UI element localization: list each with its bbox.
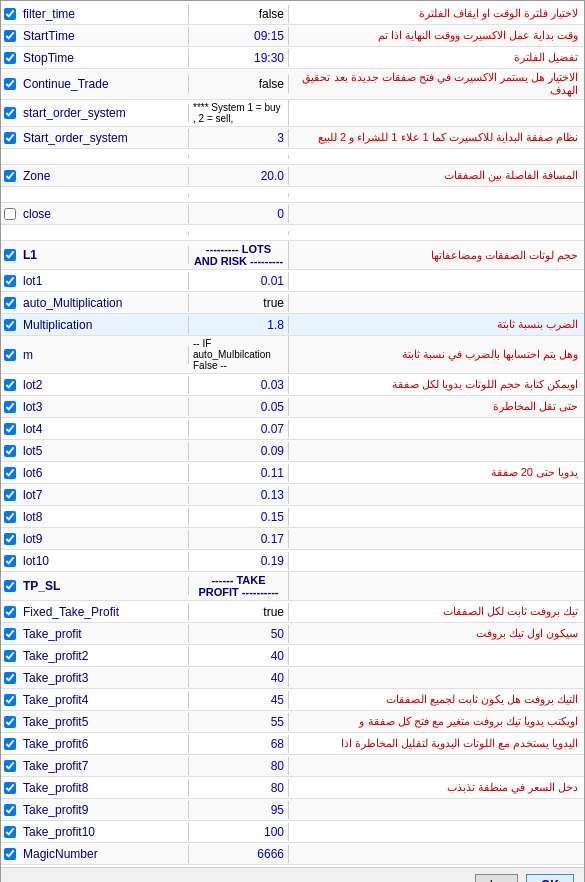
value-l1: --------- LOTS AND RISK ---------: [189, 241, 289, 269]
check-lot9[interactable]: [1, 533, 19, 545]
check-tp5[interactable]: [1, 716, 19, 728]
check-lot2[interactable]: [1, 379, 19, 391]
value-tp2[interactable]: 40: [189, 647, 289, 665]
check-lot3[interactable]: [1, 401, 19, 413]
value-lot9[interactable]: 0.17: [189, 530, 289, 548]
row-tp4: Take_profit4 45 التيك بروفت هل يكون ثابت…: [1, 689, 584, 711]
check-stoptime[interactable]: [1, 52, 19, 64]
row-tp5: Take_profit5 55 اويكتب يدويا تيك بروفت م…: [1, 711, 584, 733]
value-tp6[interactable]: 68: [189, 735, 289, 753]
check-tp1[interactable]: [1, 628, 19, 640]
value-continue-trade[interactable]: false: [189, 75, 289, 93]
check-tp-sl[interactable]: [1, 580, 19, 592]
row-lot2: lot2 0.03 اويمكن كتابة حجم اللوتات يدويا…: [1, 374, 584, 396]
ok-button[interactable]: OK: [526, 874, 574, 882]
check-lot5[interactable]: [1, 445, 19, 457]
value-filter-time[interactable]: false: [189, 5, 289, 23]
lo-button[interactable]: Lo: [475, 874, 518, 882]
value-lot2[interactable]: 0.03: [189, 376, 289, 394]
check-close[interactable]: [1, 208, 19, 220]
value-lot8[interactable]: 0.15: [189, 508, 289, 526]
check-auto-mult[interactable]: [1, 297, 19, 309]
check-zone[interactable]: [1, 170, 19, 182]
value-tp1[interactable]: 50: [189, 625, 289, 643]
check-tp10[interactable]: [1, 826, 19, 838]
value-lot10[interactable]: 0.19: [189, 552, 289, 570]
check-starttime[interactable]: [1, 30, 19, 42]
comment-tp8: دخل السعر في منطقة تذبذب: [289, 779, 584, 796]
check-start-order-system[interactable]: [1, 132, 19, 144]
value-lot6[interactable]: 0.11: [189, 464, 289, 482]
row-filter-time: filter_time false لاختيار فلترة الوقت او…: [1, 3, 584, 25]
check-tp4[interactable]: [1, 694, 19, 706]
value-lot3[interactable]: 0.05: [189, 398, 289, 416]
comment-lot3: حتى تقل المخاطرة: [289, 398, 584, 415]
comment-lot2: اويمكن كتابة حجم اللوتات يدويا لكل صفقة: [289, 376, 584, 393]
value-tp9[interactable]: 95: [189, 801, 289, 819]
comment-tp3: [289, 676, 584, 680]
check-tp2[interactable]: [1, 650, 19, 662]
check-tp9[interactable]: [1, 804, 19, 816]
check-lot8[interactable]: [1, 511, 19, 523]
row-tp10: Take_profit10 100: [1, 821, 584, 843]
comment-lot10: [289, 559, 584, 563]
value-lot4[interactable]: 0.07: [189, 420, 289, 438]
check-start-order-label[interactable]: [1, 107, 19, 119]
comment-multiplication: الضرب بنسبة ثابتة: [289, 316, 584, 333]
comment-lot1: [289, 279, 584, 283]
check-magic[interactable]: [1, 848, 19, 860]
value-tp10[interactable]: 100: [189, 823, 289, 841]
comment-tp5: اويكتب يدويا تيك بروفت متغير مع فتح كل ص…: [289, 713, 584, 730]
name-lot1: lot1: [19, 272, 189, 290]
check-continue-trade[interactable]: [1, 78, 19, 90]
row-blank3: [1, 225, 584, 241]
name-tp4: Take_profit4: [19, 691, 189, 709]
check-tp6[interactable]: [1, 738, 19, 750]
check-m[interactable]: [1, 349, 19, 361]
check-fixed-tp[interactable]: [1, 606, 19, 618]
value-start-order-system[interactable]: 3: [189, 129, 289, 147]
value-tp7[interactable]: 80: [189, 757, 289, 775]
row-lot6: lot6 0.11 يدويا حتى 20 صفقة: [1, 462, 584, 484]
row-tp-sl-header: TP_SL ------ TAKE PROFIT ----------: [1, 572, 584, 601]
check-lot1[interactable]: [1, 275, 19, 287]
check-tp3[interactable]: [1, 672, 19, 684]
name-l1: L1: [19, 246, 189, 264]
value-fixed-tp[interactable]: true: [189, 603, 289, 621]
check-tp8[interactable]: [1, 782, 19, 794]
check-filter-time[interactable]: [1, 8, 19, 20]
value-tp4[interactable]: 45: [189, 691, 289, 709]
check-lot7[interactable]: [1, 489, 19, 501]
value-m: -- IF auto_Mulbilcation False --: [189, 336, 289, 373]
row-zone: Zone 20.0 المسافة الفاصلة بين الصفقات: [1, 165, 584, 187]
value-zone[interactable]: 20.0: [189, 167, 289, 185]
value-lot5[interactable]: 0.09: [189, 442, 289, 460]
name-fixed-tp: Fixed_Take_Profit: [19, 603, 189, 621]
check-multiplication[interactable]: [1, 319, 19, 331]
value-starttime[interactable]: 09:15: [189, 27, 289, 45]
value-auto-mult[interactable]: true: [189, 294, 289, 312]
value-lot7[interactable]: 0.13: [189, 486, 289, 504]
check-lot4[interactable]: [1, 423, 19, 435]
value-stoptime[interactable]: 19:30: [189, 49, 289, 67]
value-tp-sl: ------ TAKE PROFIT ----------: [189, 572, 289, 600]
name-tp9: Take_profit9: [19, 801, 189, 819]
value-lot1[interactable]: 0.01: [189, 272, 289, 290]
row-lot7: lot7 0.13: [1, 484, 584, 506]
value-tp3[interactable]: 40: [189, 669, 289, 687]
value-multiplication[interactable]: 1.8: [189, 316, 289, 334]
name-tp1: Take_profit: [19, 625, 189, 643]
check-l1[interactable]: [1, 249, 19, 261]
value-close[interactable]: 0: [189, 205, 289, 223]
name-lot6: lot6: [19, 464, 189, 482]
value-tp8[interactable]: 80: [189, 779, 289, 797]
check-lot6[interactable]: [1, 467, 19, 479]
check-tp7[interactable]: [1, 760, 19, 772]
row-lot8: lot8 0.15: [1, 506, 584, 528]
comment-tp1: سيكون اول تيك بروفت: [289, 625, 584, 642]
check-lot10[interactable]: [1, 555, 19, 567]
name-multiplication: Multiplication: [19, 316, 189, 334]
value-tp5[interactable]: 55: [189, 713, 289, 731]
value-magic[interactable]: 6666: [189, 845, 289, 863]
comment-filter-time: لاختيار فلترة الوقت او ايقاف الفلترة: [289, 5, 584, 22]
